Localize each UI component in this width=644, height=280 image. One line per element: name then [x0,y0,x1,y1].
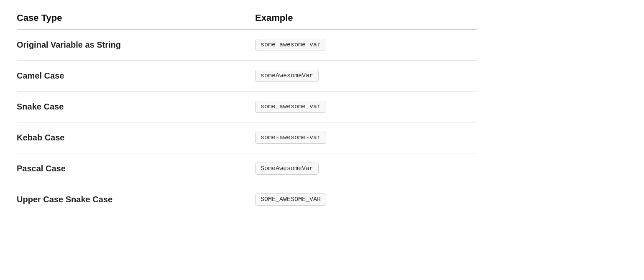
example-badge-camel: someAwesomeVar [255,70,319,82]
example-column-header: Example [247,13,477,23]
example-badge-original: some awesome var [255,39,326,51]
example-badge-kebab: some-awesome-var [255,132,326,144]
row-example-col-pascal: SomeAwesomeVar [247,163,477,175]
row-label-pascal: Pascal Case [17,164,247,173]
row-example-col-camel: someAwesomeVar [247,70,477,82]
example-badge-pascal: SomeAwesomeVar [255,163,319,175]
table-row: Snake Casesome_awesome_var [17,92,477,122]
table-body: Original Variable as Stringsome awesome … [17,30,477,215]
table-header: Case Type Example [17,8,477,30]
case-type-table: Case Type Example Original Variable as S… [17,8,477,215]
row-label-camel: Camel Case [17,71,247,81]
case-type-column-header: Case Type [17,13,247,23]
row-label-snake: Snake Case [17,102,247,112]
example-badge-snake: some_awesome_var [255,101,326,113]
row-example-col-original: some awesome var [247,39,477,51]
row-label-original: Original Variable as String [17,40,247,50]
table-row: Pascal CaseSomeAwesomeVar [17,153,477,184]
table-row: Original Variable as Stringsome awesome … [17,30,477,61]
table-row: Upper Case Snake CaseSOME_AWESOME_VAR [17,184,477,215]
row-example-col-snake: some_awesome_var [247,101,477,113]
row-label-kebab: Kebab Case [17,133,247,143]
table-row: Kebab Casesome-awesome-var [17,122,477,153]
row-example-col-kebab: some-awesome-var [247,132,477,144]
table-row: Camel CasesomeAwesomeVar [17,61,477,92]
row-example-col-upper-snake: SOME_AWESOME_VAR [247,193,477,206]
row-label-upper-snake: Upper Case Snake Case [17,195,247,204]
example-badge-upper-snake: SOME_AWESOME_VAR [255,193,326,206]
